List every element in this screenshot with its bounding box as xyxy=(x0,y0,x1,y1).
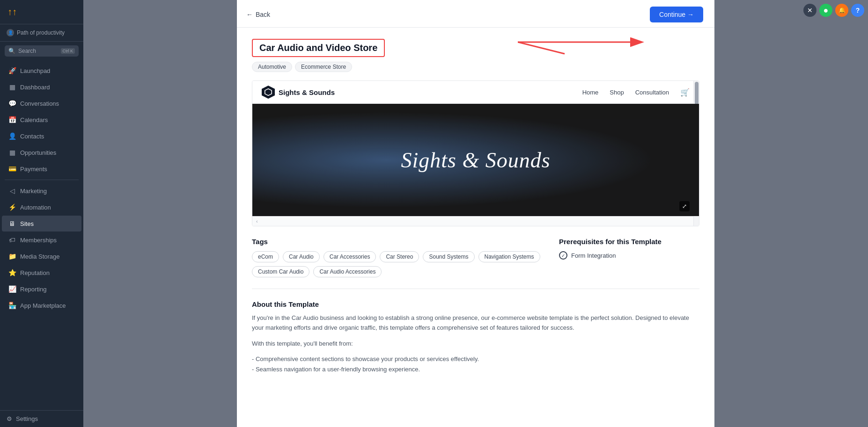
template-title-box: Car Audio and Video Store xyxy=(252,39,385,57)
nav-divider-1 xyxy=(5,180,79,180)
about-paragraph-2: With this template, you'll benefit from: xyxy=(252,339,699,348)
sidebar-item-marketing[interactable]: ◁ Marketing xyxy=(2,183,81,199)
sidebar-item-opportunities[interactable]: ▦ Opportunities xyxy=(2,145,81,160)
reporting-icon: 📈 xyxy=(8,285,16,293)
tag-car-audio: Car Audio xyxy=(283,251,320,262)
workspace-label: Path of productivity xyxy=(17,29,65,36)
modal-header: ← Back Continue → xyxy=(237,0,714,28)
app-marketplace-icon: 🏪 xyxy=(8,302,16,309)
search-shortcut: Ctrl K xyxy=(61,48,75,54)
about-section: About this Template If you're in the Car… xyxy=(252,300,699,375)
nav-label: Opportunities xyxy=(20,149,56,156)
sidebar-item-conversations[interactable]: 💬 Conversations xyxy=(2,95,81,111)
sidebar-item-payments[interactable]: 💳 Payments xyxy=(2,161,81,177)
nav-label: Launchpad xyxy=(20,67,50,74)
prerequisites-section: Prerequisites for this Template ✓ Form I… xyxy=(559,238,699,277)
settings-label: Settings xyxy=(16,415,38,422)
preview-brand-name: Sights & Sounds xyxy=(279,88,335,96)
sidebar-item-media-storage[interactable]: 📁 Media Storage xyxy=(2,248,81,264)
sidebar-item-dashboard[interactable]: ▦ Dashboard xyxy=(2,79,81,95)
nav-label: Memberships xyxy=(20,237,57,244)
sidebar-item-app-marketplace[interactable]: 🏪 App Marketplace xyxy=(2,297,81,313)
launchpad-icon: 🚀 xyxy=(8,67,16,74)
sidebar-item-contacts[interactable]: 👤 Contacts xyxy=(2,128,81,144)
template-title: Car Audio and Video Store xyxy=(259,43,377,53)
tag-sound-systems: Sound Systems xyxy=(423,251,474,262)
sidebar-item-memberships[interactable]: 🏷 Memberships xyxy=(2,232,81,248)
media-storage-icon: 📁 xyxy=(8,253,16,260)
opportunities-icon: ▦ xyxy=(8,149,16,156)
main-nav: 🚀 Launchpad ▦ Dashboard 💬 Conversations … xyxy=(0,60,83,410)
sidebar-item-sites[interactable]: 🖥 Sites xyxy=(2,216,81,232)
sidebar-item-reputation[interactable]: ⭐ Reputation xyxy=(2,265,81,281)
workspace-icon: 👤 xyxy=(7,29,14,36)
notification-icon-btn[interactable]: ● xyxy=(819,4,832,17)
nav-label: App Marketplace xyxy=(20,302,66,309)
marketing-icon: ◁ xyxy=(8,187,16,195)
scroll-left-icon[interactable]: ‹ xyxy=(256,218,258,224)
settings-nav-item[interactable]: ⚙ Settings xyxy=(0,410,83,427)
prerequisites-title: Prerequisites for this Template xyxy=(559,238,699,246)
info-section: Tags eCom Car Audio Car Accessories Car … xyxy=(252,238,699,289)
workspace-selector[interactable]: 👤 Path of productivity xyxy=(0,24,83,42)
tags-section: Tags eCom Car Audio Car Accessories Car … xyxy=(252,238,544,277)
bell-icon-btn[interactable]: 🔔 xyxy=(835,4,848,17)
tags-grid: eCom Car Audio Car Accessories Car Stere… xyxy=(252,251,544,277)
search-bar[interactable]: 🔍 Search Ctrl K xyxy=(5,45,79,57)
nav-label: Conversations xyxy=(20,100,59,107)
brand-hex-icon xyxy=(262,86,275,99)
nav-label: Payments xyxy=(20,166,47,173)
about-title: About this Template xyxy=(252,300,699,308)
template-preview-frame: Sights & Sounds Home Shop Consultation 🛒… xyxy=(252,80,699,226)
preview-brand: Sights & Sounds xyxy=(262,86,335,99)
sidebar-item-automation[interactable]: ⚡ Automation xyxy=(2,199,81,215)
modal-body: Car Audio and Video Store Automotive Eco… xyxy=(237,28,714,386)
tag-car-stereo: Car Stereo xyxy=(380,251,419,262)
nav-label: Dashboard xyxy=(20,84,50,91)
calendars-icon: 📅 xyxy=(8,116,16,123)
about-list-item-2: - Seamless navigation for a user-friendl… xyxy=(252,364,699,375)
about-paragraph-1: If you're in the Car Audio business and … xyxy=(252,313,699,333)
tag-navigation-systems: Navigation Systems xyxy=(478,251,540,262)
back-button[interactable]: ← Back xyxy=(246,11,270,18)
preview-hero-section: Sights & Sounds ⤢ xyxy=(252,104,699,216)
preview-scroll-controls[interactable]: ‹ › xyxy=(252,216,699,226)
tag-custom-car-audio: Custom Car Audio xyxy=(252,266,309,277)
nav-label: Contacts xyxy=(20,133,44,140)
nav-label: Reporting xyxy=(20,286,46,293)
cart-icon: 🛒 xyxy=(680,88,690,97)
tag-car-accessories: Car Accessories xyxy=(324,251,376,262)
category-tag-automotive: Automotive xyxy=(252,62,292,72)
back-arrow-icon: ← xyxy=(246,11,253,18)
nav-label: Reputation xyxy=(20,269,50,276)
preview-nav-home: Home xyxy=(582,89,599,96)
contacts-icon: 👤 xyxy=(8,132,16,140)
nav-label: Automation xyxy=(20,204,51,211)
prereq-form-integration: ✓ Form Integration xyxy=(559,251,699,260)
prereq-check-icon: ✓ xyxy=(559,251,567,260)
sidebar-item-reporting[interactable]: 📈 Reporting xyxy=(2,281,81,297)
settings-icon: ⚙ xyxy=(7,415,12,422)
app-logo-icon: ↑↑ xyxy=(7,7,17,17)
category-tags: Automotive Ecommerce Store xyxy=(252,62,699,72)
category-tag-ecommerce: Ecommerce Store xyxy=(295,62,352,72)
expand-button[interactable]: ⤢ xyxy=(679,201,690,211)
about-list-item-1: - Comprehensive content sections to show… xyxy=(252,354,699,364)
sidebar-item-launchpad[interactable]: 🚀 Launchpad xyxy=(2,63,81,79)
logo-area: ↑↑ xyxy=(0,0,83,24)
svg-marker-3 xyxy=(265,89,272,95)
nav-label: Calendars xyxy=(20,116,48,123)
sidebar-item-calendars[interactable]: 📅 Calendars xyxy=(2,112,81,128)
help-icon-btn[interactable]: ? xyxy=(851,4,864,17)
sidebar: ↑↑ 👤 Path of productivity 🔍 Search Ctrl … xyxy=(0,0,83,427)
dashboard-icon: ▦ xyxy=(8,83,16,91)
back-label: Back xyxy=(256,11,270,18)
about-list: - Comprehensive content sections to show… xyxy=(252,354,699,375)
reputation-icon: ⭐ xyxy=(8,269,16,276)
continue-label: Continue → xyxy=(659,11,694,18)
close-icon-btn[interactable]: ✕ xyxy=(803,4,817,17)
memberships-icon: 🏷 xyxy=(8,236,16,244)
sites-icon: 🖥 xyxy=(8,220,16,227)
continue-button[interactable]: Continue → xyxy=(650,7,703,22)
nav-label: Media Storage xyxy=(20,253,60,260)
